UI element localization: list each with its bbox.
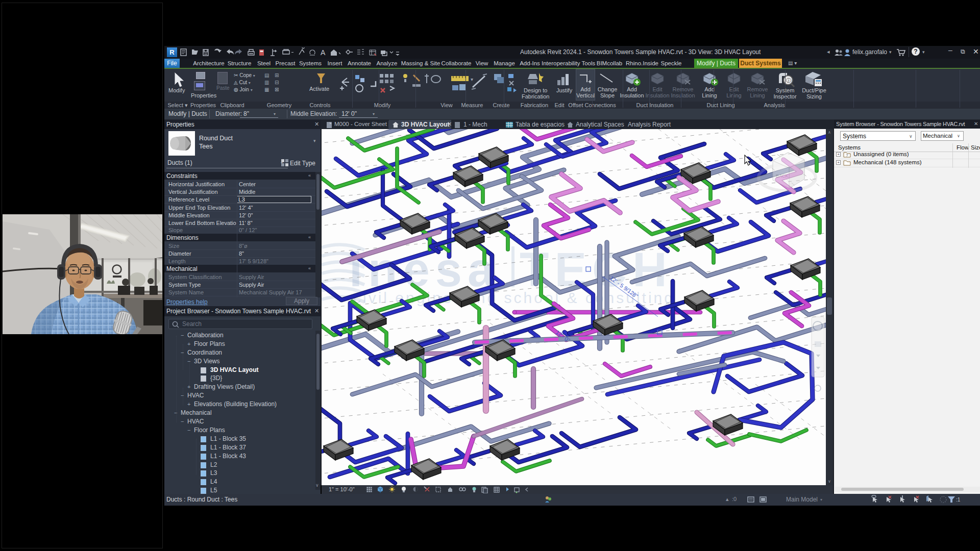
- svg-text:?: ?: [846, 153, 848, 158]
- svg-text::1: :1: [956, 497, 961, 503]
- svg-text:ⓘ: ⓘ: [786, 78, 792, 83]
- svg-text:BACK: BACK: [776, 173, 789, 179]
- svg-text:A: A: [321, 48, 326, 57]
